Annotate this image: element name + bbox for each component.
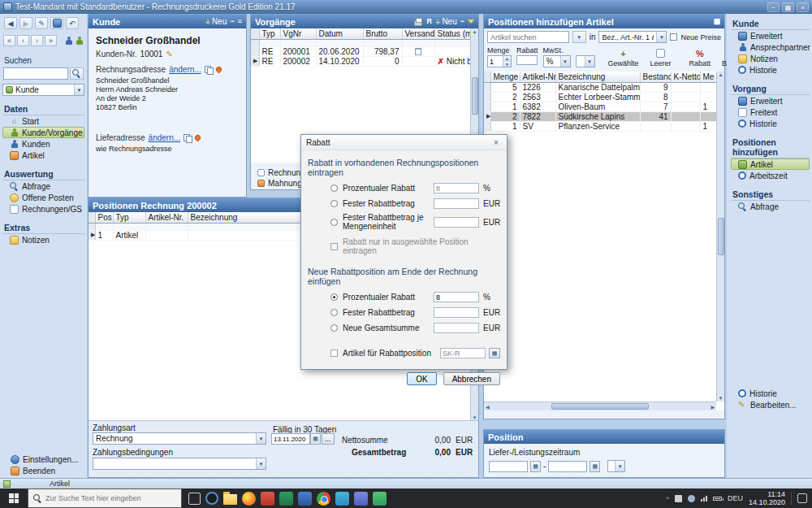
scroll-thumb[interactable] <box>472 77 478 115</box>
copy-address-icon[interactable] <box>205 66 213 74</box>
sidebar-item-artikel[interactable]: Artikel <box>2 150 84 161</box>
previous-record-button[interactable]: ‹ <box>17 35 29 46</box>
search-input[interactable] <box>3 67 68 80</box>
customer-list-icon[interactable] <box>75 37 84 46</box>
maximize-icon[interactable]: ▦ <box>782 2 794 12</box>
horizontal-scrollbar[interactable]: ◀ ▶ <box>484 402 716 410</box>
new-total-radio[interactable] <box>330 324 338 332</box>
vertical-scrollbar[interactable]: ▲ ▼ <box>716 72 724 402</box>
undo-icon[interactable]: ↶ <box>66 17 79 29</box>
row-grip-header[interactable] <box>89 212 95 223</box>
sidebar-item-ansprechpartner[interactable]: Ansprechpartner <box>731 41 810 53</box>
column-header-knetto[interactable]: K-Netto <box>671 72 700 82</box>
settings-button[interactable]: Einstellungen... <box>3 454 84 465</box>
table-row[interactable]: RE 200001 20.06.2020 798,37 <box>251 46 470 56</box>
filter-row[interactable] <box>251 39 470 46</box>
existing-fixed-input[interactable] <box>434 198 479 209</box>
scroll-right-icon[interactable]: ▶ <box>710 404 715 410</box>
scroll-up-icon[interactable]: ▲ <box>719 72 723 77</box>
sidebar-item-offene-posten[interactable]: Offene Posten <box>2 192 84 203</box>
existing-percent-radio[interactable] <box>330 185 338 192</box>
search-field-select[interactable]: Bez., Art.-Nr. 1 & 2 ▼ <box>598 31 667 43</box>
existing-fixed-radio[interactable] <box>330 200 338 207</box>
period-end-input[interactable] <box>548 461 587 472</box>
collapse-icon[interactable]: − <box>230 17 234 26</box>
notification-center-icon[interactable] <box>797 493 807 503</box>
ok-button[interactable]: OK <box>407 372 436 385</box>
new-fixed-input[interactable] <box>434 307 479 318</box>
column-header-menge[interactable]: Menge <box>490 72 520 82</box>
chrome-icon[interactable] <box>317 492 330 506</box>
column-header-bez[interactable]: Bezeichnung <box>555 72 640 82</box>
column-header-artnr[interactable]: Artikel-Nr. <box>520 72 555 82</box>
article-search-input[interactable] <box>487 31 569 43</box>
row-grip-header[interactable] <box>251 28 259 39</box>
task-view-icon[interactable] <box>188 493 201 505</box>
search-scope-select[interactable]: Kunde ▼ <box>2 84 84 96</box>
column-header-bestand[interactable]: Bestand <box>640 72 671 82</box>
tray-expand-icon[interactable]: ^ <box>666 495 669 502</box>
teams-icon[interactable] <box>354 492 368 506</box>
selected-position-only-checkbox[interactable] <box>330 243 338 250</box>
sidebar-item-position-historie[interactable]: Historie <box>731 388 810 399</box>
sidebar-item-kunde-notizen[interactable]: Notizen <box>731 53 810 64</box>
sidebar-item-rechnungen-gs[interactable]: Rechnungen/GS <box>2 203 84 215</box>
sidebar-item-kunde-vorgaenge[interactable]: Kunde/Vorgänge <box>2 127 84 138</box>
taskbar-search-input[interactable] <box>45 494 176 502</box>
new-total-input[interactable] <box>434 323 479 333</box>
column-header-pos[interactable]: Pos <box>95 212 113 223</box>
scroll-down-icon[interactable]: ▼ <box>719 396 723 401</box>
network-icon[interactable] <box>701 496 707 501</box>
minimize-icon[interactable]: − <box>767 2 780 12</box>
table-row[interactable]: 2 2563 Echter Lorbeer-Stamm 8 <box>484 92 716 102</box>
add-selected-button[interactable]: + Gewählte <box>605 46 642 69</box>
table-row[interactable]: 1 SV Pflanzen-Service 1 <box>484 121 716 131</box>
add-customer-icon[interactable] <box>64 37 73 46</box>
scroll-left-icon[interactable]: ◀ <box>486 404 490 410</box>
column-header-versand[interactable]: Versand <box>402 28 434 39</box>
payment-method-select[interactable]: Rechnung ▼ <box>93 432 266 445</box>
new-fixed-radio[interactable] <box>330 309 338 316</box>
sidebar-item-bearbeiten[interactable]: ✎Bearbeiten... <box>731 399 810 410</box>
cancel-button[interactable]: Abbrechen <box>443 372 500 385</box>
taskbar-search[interactable] <box>28 488 182 508</box>
sidebar-item-vorgang-historie[interactable]: Historie <box>731 118 810 129</box>
payment-terms-select[interactable]: ▼ <box>93 458 266 470</box>
column-header-me[interactable]: Me <box>700 72 716 82</box>
column-header-typ[interactable]: Typ <box>113 212 145 223</box>
sidebar-item-vorgang-erweitert[interactable]: Erweitert <box>731 95 810 106</box>
article-picker-button[interactable]: ▦ <box>489 348 500 358</box>
next-record-button[interactable]: › <box>31 35 43 46</box>
step-down-icon[interactable]: ▼ <box>503 62 511 67</box>
table-row[interactable]: 1 6382 Oliven-Baum 7 1 <box>484 102 716 111</box>
column-header-vgnr[interactable]: VgNr <box>280 28 316 39</box>
taskbar-clock[interactable]: 11:14 14.10.2020 <box>749 490 785 506</box>
close-icon[interactable]: × <box>797 2 809 12</box>
sidebar-item-artikel[interactable]: Artikel <box>731 158 810 170</box>
scroll-thumb[interactable] <box>551 403 649 410</box>
sidebar-item-kunde-erweitert[interactable]: Erweitert <box>731 30 810 41</box>
tray-app-icon[interactable] <box>675 495 682 502</box>
discount-input[interactable] <box>516 55 538 65</box>
column-header-typ[interactable]: Typ <box>259 28 280 39</box>
change-billing-address-link[interactable]: ändern... <box>169 65 201 74</box>
sidebar-item-freitext[interactable]: Freitext <box>731 106 810 118</box>
location-pin-icon[interactable] <box>214 66 222 74</box>
print-icon[interactable] <box>413 18 423 26</box>
sidebar-item-abfrage[interactable]: Abfrage <box>731 201 810 212</box>
new-percent-radio[interactable] <box>330 293 338 301</box>
collapse-icon[interactable]: − <box>460 17 464 26</box>
column-header-bez[interactable]: Bezeichnung <box>188 212 309 223</box>
sidebar-item-kunden[interactable]: Kunden <box>2 138 84 150</box>
existing-percent-input[interactable] <box>434 183 479 193</box>
forward-icon[interactable]: ▶ <box>19 17 32 29</box>
start-button[interactable] <box>0 488 28 508</box>
shipping-doc-icon[interactable] <box>415 48 421 55</box>
report-icon[interactable]: R <box>426 17 432 26</box>
article-search-dropdown[interactable]: ▼ <box>572 31 586 43</box>
column-header-artnr[interactable]: Artikel-Nr. <box>145 212 188 223</box>
calendar-icon[interactable]: ▦ <box>310 433 321 445</box>
back-icon[interactable]: ◀ <box>4 17 17 29</box>
filter-icon[interactable] <box>468 20 474 24</box>
cortana-icon[interactable] <box>205 492 218 505</box>
